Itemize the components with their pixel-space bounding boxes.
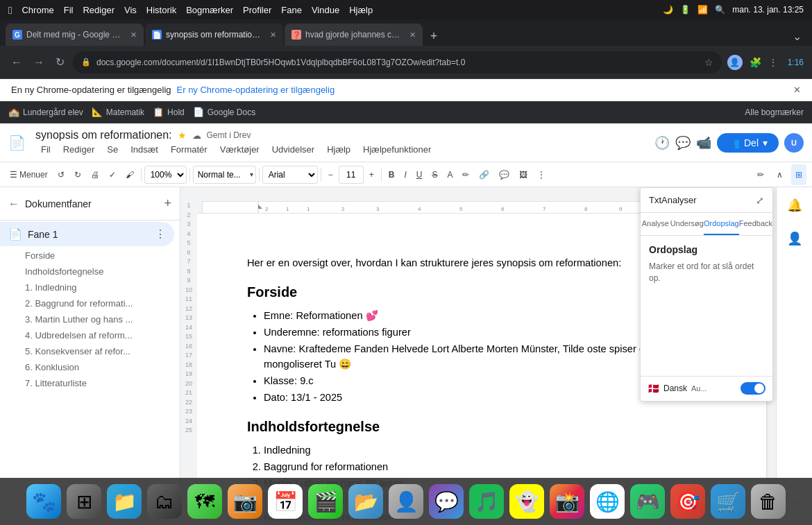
toolbar-zoom[interactable]: 100%: [144, 166, 187, 184]
docs-menu-indsaet[interactable]: Indsæt: [125, 143, 164, 156]
dock-files[interactable]: 📁: [107, 484, 142, 519]
macos-menu-fil[interactable]: Fil: [64, 5, 74, 15]
dock-snapchat[interactable]: 👻: [509, 484, 544, 519]
macos-menu-historik[interactable]: Historik: [146, 5, 176, 15]
docs-star-icon[interactable]: ★: [178, 130, 187, 141]
bookmark-matematik[interactable]: 📐 Matematik: [92, 107, 144, 117]
toolbar-italic[interactable]: I: [400, 164, 410, 185]
dock-contacts[interactable]: 👤: [389, 484, 423, 519]
profile-icon[interactable]: 👤: [727, 55, 743, 70]
dock-instagram[interactable]: 📸: [550, 484, 584, 519]
macos-menu-bogmaerker[interactable]: Bogmærker: [186, 5, 233, 15]
outline-forside[interactable]: Forside: [0, 248, 180, 264]
docs-menu-formater[interactable]: Formatér: [165, 143, 213, 156]
notification-link[interactable]: Er ny Chrome-opdatering er tilgængelig: [177, 85, 335, 95]
dock-launchpad[interactable]: ⊞: [67, 484, 101, 519]
more-icon[interactable]: ⋮: [768, 57, 778, 68]
sidebar-icon-profile[interactable]: 👤: [782, 226, 807, 251]
dock-folder[interactable]: 📂: [348, 484, 383, 519]
fane1-menu[interactable]: ⋮: [155, 227, 166, 241]
toolbar-bold[interactable]: B: [384, 164, 399, 185]
outline-konklusion[interactable]: 6. Konklusion: [0, 359, 180, 375]
dock-calendar[interactable]: 📅: [268, 484, 303, 519]
tab-google-drive[interactable]: G Delt med mig - Google Drev ✕: [6, 24, 144, 46]
toolbar-undo[interactable]: ↺: [53, 164, 69, 185]
toolbar-image[interactable]: 🖼: [515, 164, 532, 185]
dock-finder[interactable]: 🐾: [26, 484, 61, 519]
dock-game2[interactable]: 🎯: [670, 484, 705, 519]
macos-search-icon[interactable]: 🔍: [715, 5, 725, 15]
tab-bar-expand[interactable]: ⌄: [787, 26, 806, 46]
macos-menu-vindue[interactable]: Vindue: [312, 5, 339, 15]
macos-menu-fane[interactable]: Fane: [281, 5, 302, 15]
tab1-close[interactable]: ✕: [130, 31, 137, 40]
txt-toggle[interactable]: [741, 382, 766, 395]
toolbar-spellcheck[interactable]: ✓: [105, 164, 120, 185]
txt-tab-undersog[interactable]: Undersøg: [670, 213, 704, 235]
new-tab-button[interactable]: +: [424, 26, 443, 46]
outline-litteraturliste[interactable]: 7. Litteraturliste: [0, 375, 180, 391]
sidebar-icon-notifications[interactable]: 🔔: [782, 193, 807, 218]
toolbar-sidebar-toggle[interactable]: ⊞: [791, 164, 806, 185]
macos-menu-hjaelp[interactable]: Hjælp: [349, 5, 373, 15]
macos-menu-chrome[interactable]: Chrome: [22, 5, 53, 15]
forward-button[interactable]: →: [31, 53, 47, 71]
toolbar-menu-btn[interactable]: ☰ Menuer: [6, 164, 52, 185]
toolbar-highlight[interactable]: ✏: [458, 164, 473, 185]
dock-store[interactable]: 🛒: [711, 484, 745, 519]
dock-messenger[interactable]: 💬: [429, 484, 464, 519]
back-button[interactable]: ←: [8, 53, 25, 71]
toolbar-more[interactable]: ⋮: [533, 164, 550, 185]
docs-menu-se[interactable]: Se: [101, 143, 124, 156]
user-avatar[interactable]: U: [784, 133, 804, 153]
docs-share-button[interactable]: 👥 Del ▾: [717, 133, 779, 153]
outline-indholdsfortegnelse[interactable]: Indholdsfortegnelse: [0, 264, 180, 279]
dock-spotify[interactable]: 🎵: [469, 484, 504, 519]
dock-photos[interactable]: 📷: [228, 484, 262, 519]
toolbar-underline[interactable]: U: [412, 164, 427, 185]
macos-menu-rediger[interactable]: Rediger: [83, 5, 115, 15]
docs-menu-rediger[interactable]: Rediger: [58, 143, 101, 156]
bookmark-lundergaard[interactable]: 🏫 Lundergård elev: [8, 107, 83, 117]
dock-facetime[interactable]: 🎬: [308, 484, 343, 519]
toolbar-font-decrease[interactable]: −: [324, 164, 337, 185]
dock-trash[interactable]: 🗑: [751, 484, 786, 519]
extensions-icon[interactable]: 🧩: [750, 57, 761, 68]
tab-item-fane1[interactable]: 📄 Fane 1 ⋮: [0, 222, 174, 246]
txt-tab-ordopslag[interactable]: Ordopslag: [704, 213, 739, 235]
outline-martin-luther[interactable]: 3. Martin Luther og hans ...: [0, 311, 180, 327]
docs-menu-vaerktoejer[interactable]: Værktøjer: [214, 143, 265, 156]
tab3-close[interactable]: ✕: [409, 31, 416, 40]
toolbar-redo[interactable]: ↻: [70, 164, 85, 185]
docs-menu-fil[interactable]: Fil: [35, 143, 56, 156]
toolbar-strikethrough[interactable]: S: [428, 164, 441, 185]
all-bookmarks[interactable]: Alle bogmærker: [745, 107, 804, 117]
outline-indledning[interactable]: 1. Indledning: [0, 279, 180, 295]
dock-chrome[interactable]: 🌐: [590, 484, 625, 519]
toolbar-link[interactable]: 🔗: [475, 164, 493, 185]
url-bar[interactable]: 🔒 docs.google.com/document/d/1I1BwnDtjTB…: [73, 51, 722, 74]
toolbar-paint-format[interactable]: 🖌: [121, 164, 138, 185]
toolbar-print[interactable]: 🖨: [87, 164, 103, 185]
docs-comment-icon[interactable]: 💬: [675, 135, 691, 150]
dock-maps[interactable]: 🗺: [187, 484, 222, 519]
docs-menu-hjaelp[interactable]: Hjælp: [321, 143, 356, 156]
dock-game1[interactable]: 🎮: [630, 484, 665, 519]
txt-tab-analyse[interactable]: Analyse: [641, 213, 670, 235]
outline-baggrund[interactable]: 2. Baggrund for reformati...: [0, 295, 180, 311]
panel-back-button[interactable]: ←: [8, 198, 19, 210]
bookmark-hold[interactable]: 📋 Hold: [153, 107, 185, 117]
tab-johannes-calvin[interactable]: ❓ hvad gjorde johannes calvin i ✕: [285, 24, 423, 46]
dock-apps[interactable]: 🗂: [147, 484, 182, 519]
tab2-close[interactable]: ✕: [270, 31, 276, 40]
toolbar-font[interactable]: Arial: [262, 166, 318, 184]
toolbar-style[interactable]: Normal te...: [193, 166, 256, 184]
txt-panel-close-button[interactable]: ⤢: [756, 195, 764, 206]
outline-udbredelsen[interactable]: 4. Udbredelsen af reform...: [0, 327, 180, 343]
macos-menu-profiler[interactable]: Profiler: [243, 5, 271, 15]
toolbar-comment[interactable]: 💬: [495, 164, 514, 185]
toolbar-edit-mode[interactable]: ✏: [753, 164, 768, 185]
txt-tab-feedback[interactable]: Feedback: [739, 213, 772, 235]
docs-menu-udvidelser[interactable]: Udvidelser: [267, 143, 320, 156]
docs-menu-hjaelpefunktioner[interactable]: Hjælpefunktioner: [357, 143, 437, 156]
